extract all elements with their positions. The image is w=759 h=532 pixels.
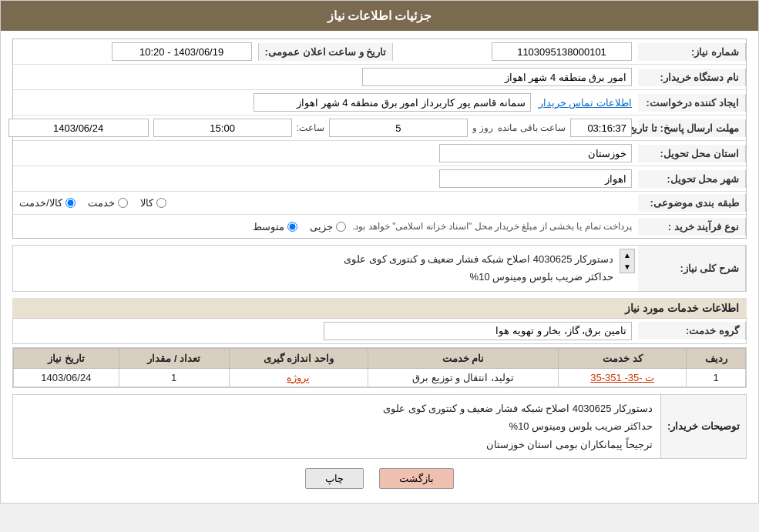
noe-farayand-label: نوع فرآیند خرید :	[638, 218, 746, 236]
back-button[interactable]: بازگشت	[379, 468, 454, 489]
services-table: ردیف کد خدمت نام خدمت واحد اندازه گیری ت…	[13, 348, 746, 387]
mohlat-ersal-label: مهلت ارسال پاسخ: تا تاریخ:	[638, 119, 746, 137]
mohlat-ersal-row: مهلت ارسال پاسخ: تا تاریخ: ساعت باقی مان…	[13, 115, 746, 141]
print-button[interactable]: چاپ	[305, 468, 364, 489]
shahr-row: شهر محل تحویل:	[13, 166, 746, 192]
radio-motevaset-label: متوسط	[253, 221, 284, 233]
ejad-konande-label: ایجاد کننده درخواست:	[638, 94, 746, 112]
tabaqe-radio-group: کالا/خدمت خدمت کالا	[19, 197, 632, 209]
shahr-input	[439, 169, 632, 188]
shahr-value	[13, 166, 638, 191]
nam-dastgah-input[interactable]	[362, 68, 632, 86]
radio-kala[interactable]: کالا	[140, 197, 166, 209]
ostan-row: استان محل تحویل:	[13, 141, 746, 166]
scroll-up-button[interactable]: ▲	[620, 249, 634, 261]
col-vahed: واحد اندازه گیری	[229, 348, 368, 368]
sharh-kolli-text: دستورکار 4030625 اصلاح شبکه فشار ضعیف و …	[16, 249, 616, 288]
shomare-niaz-input[interactable]	[492, 42, 632, 61]
sharh-kolli-label: شرح کلی نیاز:	[638, 246, 746, 291]
ejad-konande-row: ایجاد کننده درخواست: اطلاعات تماس خریدار	[13, 90, 746, 115]
table-row: 1 ت -35- 351-35 تولید، انتقال و توزیع بر…	[14, 368, 746, 386]
saat-label: ساعت:	[297, 122, 324, 133]
toseihat-label: توصیحات خریدار:	[660, 395, 746, 458]
toseihat-text: دستورکار 4030625 اصلاح شبکه فشار ضعیف و …	[13, 395, 660, 458]
page-header: جزئیات اطلاعات نیاز	[1, 1, 758, 31]
nam-dastgah-row: نام دستگاه خریدار:	[13, 65, 746, 90]
services-section-title: اطلاعات خدمات مورد نیاز	[12, 298, 747, 319]
mohlat-rooz-input	[329, 119, 468, 137]
scroll-controls: ▲ ▼	[620, 249, 635, 273]
cell-radif: 1	[687, 368, 746, 386]
ostan-value	[13, 141, 638, 166]
noe-radio-group: متوسط جزیی	[253, 221, 346, 233]
tabaqe-bandai-row: طبقه بندی موضوعی: کالا/خدمت خدمت	[13, 192, 746, 215]
cell-kod: ت -35- 351-35	[559, 368, 687, 386]
radio-jozi-input[interactable]	[336, 222, 346, 232]
grohe-khedmat-input	[324, 322, 632, 340]
cell-tarikh: 1403/06/24	[14, 368, 119, 386]
main-form-section: شماره نیاز: تاریخ و ساعت اعلان عمومی: نا…	[12, 38, 747, 239]
col-tedad: تعداد / مقدار	[119, 348, 229, 368]
radio-khedmat[interactable]: خدمت	[88, 197, 128, 209]
ejad-konande-link[interactable]: اطلاعات تماس خریدار	[539, 97, 632, 109]
baghimande-label: ساعت باقی مانده	[498, 122, 566, 133]
cell-tedad: 1	[119, 368, 229, 386]
ostan-input	[439, 144, 632, 162]
cell-nam: تولید، انتقال و توزیع برق	[368, 368, 558, 386]
nam-dastgah-label: نام دستگاه خریدار:	[638, 69, 746, 86]
col-radif: ردیف	[687, 348, 746, 368]
tarikh-input[interactable]	[112, 42, 252, 61]
mohlat-date-input	[8, 119, 149, 137]
shomare-niaz-label: شماره نیاز:	[638, 43, 746, 61]
col-kod: کد خدمت	[559, 348, 687, 368]
shahr-label: شهر محل تحویل:	[638, 170, 746, 188]
radio-kala-label: کالا	[140, 197, 153, 209]
tabaqe-bandai-value: کالا/خدمت خدمت کالا	[13, 194, 638, 212]
tarikh-label: تاریخ و ساعت اعلان عمومی:	[258, 43, 394, 61]
rooz-va-label: روز و	[472, 122, 493, 133]
tabaqe-bandai-label: طبقه بندی موضوعی:	[638, 194, 746, 212]
mohlat-saat-input	[153, 119, 292, 137]
noe-farayand-text: پرداخت تمام یا بخشی از مبلغ خریدار محل "…	[352, 221, 632, 232]
col-tarikh: تاریخ نیاز	[14, 348, 119, 368]
mohlat-ersal-value: ساعت باقی مانده روز و ساعت:	[2, 115, 638, 140]
radio-kala-khedmat-input[interactable]	[65, 198, 76, 208]
toseihat-section: توصیحات خریدار: دستورکار 4030625 اصلاح ش…	[12, 394, 747, 459]
shomare-niaz-row: شماره نیاز: تاریخ و ساعت اعلان عمومی:	[13, 39, 746, 65]
radio-jozi[interactable]: جزیی	[310, 221, 346, 233]
sharh-kolli-value: ▲ ▼ دستورکار 4030625 اصلاح شبکه فشار ضعی…	[13, 246, 638, 291]
froaind-group: پرداخت تمام یا بخشی از مبلغ خریدار محل "…	[19, 221, 632, 233]
nam-dastgah-value	[13, 65, 638, 89]
noe-farayand-row: نوع فرآیند خرید : پرداخت تمام یا بخشی از…	[13, 215, 746, 238]
radio-motevaset-input[interactable]	[287, 222, 297, 232]
grohe-khedmat-value	[13, 319, 638, 343]
radio-khedmat-label: خدمت	[88, 197, 115, 209]
mohlat-baghimande-input	[570, 119, 632, 137]
noe-farayand-value: پرداخت تمام یا بخشی از مبلغ خریدار محل "…	[13, 218, 638, 236]
page-title: جزئیات اطلاعات نیاز	[327, 9, 432, 22]
cell-vahed: پروژه	[229, 368, 368, 386]
ostan-label: استان محل تحویل:	[638, 145, 746, 162]
shomare-niaz-value	[393, 39, 638, 64]
scroll-down-button[interactable]: ▼	[620, 261, 634, 273]
radio-jozi-label: جزیی	[310, 221, 333, 233]
tarikh-value	[13, 39, 258, 64]
services-table-container: ردیف کد خدمت نام خدمت واحد اندازه گیری ت…	[12, 347, 747, 388]
grohe-khedmat-label: گروه خدمت:	[638, 322, 746, 340]
radio-kala-input[interactable]	[156, 198, 166, 208]
radio-khedmat-input[interactable]	[118, 198, 128, 208]
ejad-konande-value: اطلاعات تماس خریدار	[13, 90, 638, 115]
ejad-konande-input	[254, 93, 531, 112]
radio-motevaset[interactable]: متوسط	[253, 221, 297, 233]
radio-kala-khedmat-label: کالا/خدمت	[19, 197, 62, 209]
grohe-khedmat-row: گروه خدمت:	[12, 319, 747, 344]
radio-kala-khedmat[interactable]: کالا/خدمت	[19, 197, 76, 209]
sharh-kolli-section: شرح کلی نیاز: ▲ ▼ دستورکار 4030625 اصلاح…	[12, 245, 747, 292]
button-row: بازگشت چاپ	[12, 468, 747, 489]
col-nam: نام خدمت	[368, 348, 558, 368]
